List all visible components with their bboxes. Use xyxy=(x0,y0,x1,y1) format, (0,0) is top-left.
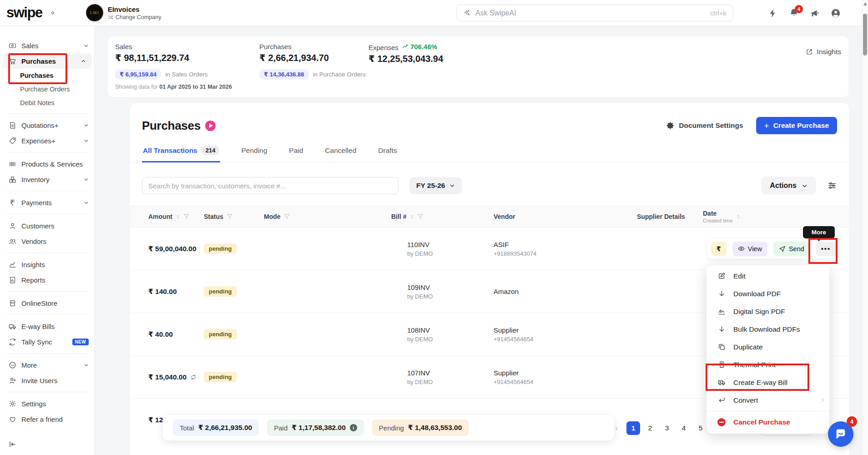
collapse-sidebar-icon[interactable] xyxy=(8,440,17,449)
sort-icon[interactable] xyxy=(736,213,741,220)
filter-funnel-icon[interactable] xyxy=(183,213,190,220)
notifications-bell-icon[interactable]: 4 xyxy=(789,8,799,18)
chevron-down-icon xyxy=(802,183,807,189)
vendor-phone: +91454564654 xyxy=(494,336,637,343)
announcements-megaphone-icon[interactable] xyxy=(810,8,820,18)
sales-total-value: ₹ 98,11,51,229.74 xyxy=(115,52,259,63)
sidebar-item-more[interactable]: More xyxy=(0,357,94,373)
company-switcher[interactable]: LMJ EInvoices Change Company xyxy=(86,4,161,21)
filter-funnel-icon[interactable] xyxy=(284,213,290,220)
sidebar-item-eway-bills[interactable]: E-way Bills xyxy=(0,318,94,334)
sidebar-item-payments[interactable]: Payments xyxy=(0,195,94,210)
tab-paid[interactable]: Paid xyxy=(288,141,304,162)
status-badge: pending xyxy=(204,372,237,382)
bill-number: 108INV xyxy=(407,326,494,334)
create-purchase-button[interactable]: + Create Purchase xyxy=(756,117,837,134)
sort-icon[interactable] xyxy=(409,213,414,220)
banknote-icon xyxy=(8,42,16,50)
row-amount: ₹ 40.00 xyxy=(142,330,204,339)
page-button[interactable]: 4 xyxy=(677,421,691,435)
menu-item-cancel-purchase[interactable]: Cancel Purchase xyxy=(707,413,829,431)
sidebar-item-purchases[interactable]: Purchases xyxy=(3,53,91,69)
bill-number: 110INV xyxy=(407,241,494,248)
vendor-phone: +918893543074 xyxy=(494,250,637,257)
page-button[interactable]: 1 xyxy=(626,421,640,435)
sidebar-item-expenses[interactable]: Expenses+ xyxy=(0,133,94,148)
menu-item-duplicate[interactable]: Duplicate xyxy=(707,338,829,356)
menu-item-convert[interactable]: Convert xyxy=(707,391,829,409)
info-icon[interactable]: i xyxy=(350,424,357,431)
company-name: EInvoices xyxy=(108,5,161,13)
sidebar-divider xyxy=(5,353,89,354)
sidebar-divider xyxy=(5,214,89,214)
menu-item-thermal-print[interactable]: Thermal Print xyxy=(707,356,829,374)
document-settings-button[interactable]: Document Settings xyxy=(666,121,743,130)
sidebar-item-vendors[interactable]: Vendors xyxy=(0,233,94,249)
sidebar-item-insights[interactable]: Insights xyxy=(0,257,94,272)
bill-number: 107INV xyxy=(407,369,494,377)
sidebar-item-settings[interactable]: Settings xyxy=(0,396,94,411)
menu-item-bulk-download-pdfs[interactable]: Bulk Download PDFs xyxy=(707,320,829,338)
sidebar-item-reports[interactable]: Reports xyxy=(0,272,94,288)
vendor-phone: +91454564654 xyxy=(494,379,637,385)
sidebar-item-invite-users[interactable]: Invite Users xyxy=(0,373,94,388)
page-button[interactable]: 5 xyxy=(694,421,707,435)
ask-ai-search[interactable]: Ask SwipeAI ctrl+k xyxy=(456,5,733,21)
sidebar-item-sales[interactable]: Sales xyxy=(0,38,94,53)
tab-all-transactions[interactable]: All Transactions 214 xyxy=(142,141,220,162)
column-settings-sliders-icon[interactable] xyxy=(827,181,837,191)
scrollbar-thumb[interactable] xyxy=(863,14,867,56)
menu-item-create-eway-bill[interactable]: Create E-way Bill xyxy=(707,374,829,391)
menu-item-edit[interactable]: Edit xyxy=(707,267,829,285)
page-scrollbar[interactable] xyxy=(862,0,868,455)
stats-period: Showing data for 01 Apr 2025 to 31 Mar 2… xyxy=(115,84,259,90)
view-button[interactable]: View xyxy=(732,242,767,256)
sidebar-item-products-services[interactable]: Products & Services xyxy=(0,156,94,172)
sidebar-item-inventory[interactable]: Inventory xyxy=(0,172,94,187)
tab-cancelled[interactable]: Cancelled xyxy=(324,141,357,162)
fiscal-year-dropdown[interactable]: FY 25-26 xyxy=(409,177,462,194)
store-icon xyxy=(8,299,16,307)
sidebar-item-quotations[interactable]: Quotations+ xyxy=(0,117,94,133)
record-payment-button[interactable]: ₹ xyxy=(711,242,727,256)
menu-item-download-pdf[interactable]: Download PDF xyxy=(707,285,829,303)
convert-return-icon xyxy=(717,396,726,404)
notification-count-badge: 4 xyxy=(795,5,803,13)
chevron-right-icon xyxy=(820,397,826,403)
vendor-name: ASIF xyxy=(494,241,637,248)
sidebar-subitem-purchase-orders[interactable]: Purchase Orders xyxy=(0,82,94,96)
filter-funnel-icon[interactable] xyxy=(227,213,233,220)
table-search-input[interactable]: Search by transaction, customers, invoic… xyxy=(142,177,399,194)
insights-link[interactable]: Insights xyxy=(806,46,841,57)
quick-actions-icon[interactable] xyxy=(768,8,778,18)
swipe-logo: swipe xyxy=(6,5,42,21)
row-more-button[interactable]: ••• xyxy=(816,242,836,256)
user-plus-icon xyxy=(8,377,16,384)
scroll-up-arrow[interactable] xyxy=(863,2,867,5)
send-button[interactable]: Send xyxy=(773,242,810,256)
tab-drafts[interactable]: Drafts xyxy=(377,141,398,162)
menu-item-digital-sign-pdf[interactable]: Digital Sign PDF xyxy=(707,303,829,320)
profile-avatar-icon[interactable] xyxy=(831,8,841,18)
paid-summary: Paid₹ 1,17,58,382.00 i xyxy=(267,420,364,436)
sidebar-item-tally-sync[interactable]: Tally Sync NEW xyxy=(0,334,94,349)
cart-icon xyxy=(8,57,16,65)
vendor-name: Supplier xyxy=(494,369,637,377)
sort-icon[interactable] xyxy=(176,213,180,220)
india-flag-icon xyxy=(45,8,61,18)
chevron-down-icon xyxy=(84,177,89,182)
sidebar-subitem-debit-notes[interactable]: Debit Notes xyxy=(0,96,94,110)
change-company-button[interactable]: Change Company xyxy=(108,14,161,20)
sidebar-item-onlinestore[interactable]: OnlineStore xyxy=(0,295,94,311)
stat-expenses: Expenses706.46% ₹ 12,25,53,043.94 xyxy=(368,43,443,91)
tab-pending[interactable]: Pending xyxy=(240,141,268,162)
play-tutorial-icon[interactable] xyxy=(205,121,216,131)
sidebar-item-customers[interactable]: Customers xyxy=(0,218,94,233)
page-button[interactable]: 3 xyxy=(660,421,674,435)
sidebar-item-refer-friend[interactable]: Refer a friend xyxy=(0,411,94,427)
actions-dropdown[interactable]: Actions xyxy=(761,177,816,195)
page-button[interactable]: 2 xyxy=(643,421,657,435)
filter-funnel-icon[interactable] xyxy=(417,213,424,220)
sidebar-subitem-purchases[interactable]: Purchases xyxy=(0,69,94,82)
table-row[interactable]: ₹ 59,00,040.00 pending 110INVby DEMO ASI… xyxy=(130,228,849,270)
